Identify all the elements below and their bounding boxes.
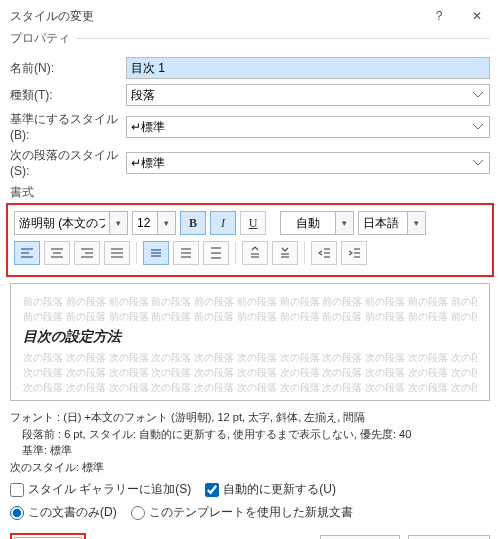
size-dropdown-icon[interactable]: ▾: [158, 211, 176, 235]
titlebar: スタイルの変更 ? ✕: [0, 0, 500, 30]
desc-line-2: 段落前 : 6 pt, スタイル: 自動的に更新する, 使用するまで表示しない,…: [22, 426, 490, 443]
type-select[interactable]: 段落: [126, 84, 490, 106]
space-before-dec-button[interactable]: [272, 241, 298, 265]
preview-ghost-after-3: 次の段落 次の段落 次の段落 次の段落 次の段落 次の段落 次の段落 次の段落 …: [23, 380, 477, 395]
gallery-checkbox-label[interactable]: スタイル ギャラリーに追加(S): [10, 481, 191, 498]
space-before-inc-button[interactable]: [242, 241, 268, 265]
name-label: 名前(N):: [10, 60, 126, 77]
desc-line-1: フォント : (日) +本文のフォント (游明朝), 12 pt, 太字, 斜体…: [10, 409, 490, 426]
lang-combo[interactable]: ▾: [358, 211, 426, 235]
template-radio[interactable]: [131, 506, 145, 520]
auto-update-checkbox-label[interactable]: 自動的に更新する(U): [205, 481, 336, 498]
underline-button[interactable]: U: [240, 211, 266, 235]
next-style-label: 次の段落のスタイル(S):: [10, 147, 126, 178]
size-combo[interactable]: ▾: [132, 211, 176, 235]
based-on-label: 基準にするスタイル(B):: [10, 111, 126, 142]
preview-pane: 前の段落 前の段落 前の段落 前の段落 前の段落 前の段落 前の段落 前の段落 …: [10, 283, 490, 401]
next-style-select[interactable]: ↵標準: [126, 152, 490, 174]
bold-button[interactable]: B: [180, 211, 206, 235]
linespacing-2-button[interactable]: [203, 241, 229, 265]
properties-group: プロパティ: [10, 30, 490, 51]
type-label: 種類(T):: [10, 87, 126, 104]
align-right-button[interactable]: [74, 241, 100, 265]
style-description: フォント : (日) +本文のフォント (游明朝), 12 pt, 太字, 斜体…: [10, 409, 490, 475]
linespacing-1.5-button[interactable]: [173, 241, 199, 265]
based-on-select[interactable]: ↵標準: [126, 116, 490, 138]
close-button[interactable]: ✕: [462, 6, 492, 26]
linespacing-1-button[interactable]: [143, 241, 169, 265]
help-button[interactable]: ?: [424, 6, 454, 26]
dialog-title: スタイルの変更: [10, 8, 94, 25]
auto-update-checkbox[interactable]: [205, 483, 219, 497]
cancel-button[interactable]: キャンセル: [408, 535, 490, 539]
color-combo[interactable]: ▾: [280, 211, 354, 235]
align-center-button[interactable]: [44, 241, 70, 265]
preview-heading: 目次の設定方法: [23, 328, 477, 346]
color-dropdown-icon[interactable]: ▾: [336, 211, 354, 235]
ok-button[interactable]: OK: [320, 535, 400, 539]
lang-input[interactable]: [358, 211, 408, 235]
indent-increase-button[interactable]: [341, 241, 367, 265]
gallery-checkbox[interactable]: [10, 483, 24, 497]
preview-ghost-after-2: 次の段落 次の段落 次の段落 次の段落 次の段落 次の段落 次の段落 次の段落 …: [23, 365, 477, 380]
format-legend: 書式: [10, 184, 490, 201]
preview-ghost-after: 次の段落 次の段落 次の段落 次の段落 次の段落 次の段落 次の段落 次の段落 …: [23, 350, 477, 365]
align-justify-button[interactable]: [104, 241, 130, 265]
this-doc-radio-label[interactable]: この文書のみ(D): [10, 504, 117, 521]
template-radio-label[interactable]: このテンプレートを使用した新規文書: [131, 504, 353, 521]
properties-legend: プロパティ: [10, 30, 76, 47]
align-left-button[interactable]: [14, 241, 40, 265]
format-toolbar-highlight: ▾ ▾ B I U ▾ ▾: [6, 203, 494, 277]
indent-decrease-button[interactable]: [311, 241, 337, 265]
size-input[interactable]: [132, 211, 158, 235]
preview-ghost-before: 前の段落 前の段落 前の段落 前の段落 前の段落 前の段落 前の段落 前の段落 …: [23, 294, 477, 309]
format-button-highlight: 書式(O)▾: [10, 533, 86, 539]
preview-ghost-before-2: 前の段落 前の段落 前の段落 前の段落 前の段落 前の段落 前の段落 前の段落 …: [23, 309, 477, 324]
color-input[interactable]: [280, 211, 336, 235]
this-doc-radio[interactable]: [10, 506, 24, 520]
font-dropdown-icon[interactable]: ▾: [110, 211, 128, 235]
desc-line-4: 次のスタイル: 標準: [10, 459, 490, 476]
font-combo[interactable]: ▾: [14, 211, 128, 235]
font-input[interactable]: [14, 211, 110, 235]
italic-button[interactable]: I: [210, 211, 236, 235]
lang-dropdown-icon[interactable]: ▾: [408, 211, 426, 235]
name-input[interactable]: [126, 57, 490, 79]
desc-line-3: 基準: 標準: [22, 442, 490, 459]
